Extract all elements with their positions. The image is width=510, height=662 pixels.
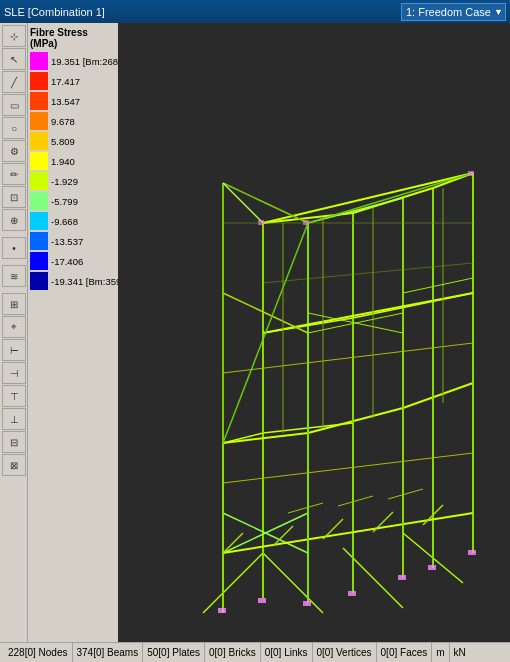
case-selector: 1: Freedom Case ▼ [401, 3, 506, 21]
status-bar: 228[0] Nodes 374[0] Beams 50[0] Plates 0… [0, 642, 510, 662]
status-bricks: 0[0] Bricks [205, 643, 261, 662]
scale-label-1: 17.417 [51, 76, 80, 87]
svg-rect-0 [123, 23, 505, 642]
left-toolbar: ⊹ ↖ ╱ ▭ ○ ⚙ ✏ ⊡ ⊕ • ≋ ⊞ ⌖ ⊢ ⊣ ⊤ ⊥ ⊟ ⊠ [0, 23, 28, 642]
legend-area: Fibre Stress (MPa) 19.351 [Bm:268]17.417… [28, 23, 118, 642]
tool-select[interactable]: ⊹ [2, 25, 26, 47]
scale-color-7 [30, 192, 48, 210]
svg-rect-58 [258, 598, 266, 603]
svg-rect-66 [468, 171, 474, 176]
scale-row-2: 13.547 [30, 91, 116, 111]
scale-color-5 [30, 152, 48, 170]
viewport[interactable] [118, 23, 510, 642]
scale-label-5: 1.940 [51, 156, 75, 167]
tool-add[interactable]: ⊕ [2, 209, 26, 231]
scale-color-3 [30, 112, 48, 130]
status-nodes: 228[0] Nodes [4, 643, 73, 662]
tool-pointer[interactable]: ↖ [2, 48, 26, 70]
scale-color-0 [30, 52, 48, 70]
scale-color-9 [30, 232, 48, 250]
scale-label-11: -19.341 [Bm:359] [51, 276, 124, 287]
tool-bottom[interactable]: ⊥ [2, 408, 26, 430]
scale-row-10: -17.406 [30, 251, 116, 271]
scale-color-2 [30, 92, 48, 110]
tool-scale[interactable]: ≋ [2, 265, 26, 287]
svg-rect-59 [303, 601, 311, 606]
main-container: ⊹ ↖ ╱ ▭ ○ ⚙ ✏ ⊡ ⊕ • ≋ ⊞ ⌖ ⊢ ⊣ ⊤ ⊥ ⊟ ⊠ Fi… [0, 23, 510, 642]
status-plates: 50[0] Plates [143, 643, 205, 662]
scale-row-8: -9.668 [30, 211, 116, 231]
color-scale: 19.351 [Bm:268]17.41713.5479.6785.8091.9… [30, 51, 116, 291]
scale-row-6: -1.929 [30, 171, 116, 191]
tool-edit[interactable]: ✏ [2, 163, 26, 185]
scale-row-0: 19.351 [Bm:268] [30, 51, 116, 71]
status-unit-m: m [432, 643, 449, 662]
svg-rect-57 [218, 608, 226, 613]
legend-title: Fibre Stress (MPa) [30, 27, 116, 49]
status-faces: 0[0] Faces [377, 643, 433, 662]
tool-extra2[interactable]: ⊠ [2, 454, 26, 476]
scale-label-6: -1.929 [51, 176, 78, 187]
scale-label-8: -9.668 [51, 216, 78, 227]
tool-top[interactable]: ⊤ [2, 385, 26, 407]
scale-label-10: -17.406 [51, 256, 83, 267]
scale-color-10 [30, 252, 48, 270]
svg-rect-62 [428, 565, 436, 570]
scale-label-0: 19.351 [Bm:268] [51, 56, 121, 67]
scale-row-5: 1.940 [30, 151, 116, 171]
scale-row-4: 5.809 [30, 131, 116, 151]
tool-settings[interactable]: ⚙ [2, 140, 26, 162]
tool-line[interactable]: ╱ [2, 71, 26, 93]
scale-label-4: 5.809 [51, 136, 75, 147]
scale-label-9: -13.537 [51, 236, 83, 247]
tool-node[interactable]: ⊢ [2, 339, 26, 361]
case-dropdown-wrapper[interactable]: 1: Freedom Case ▼ [401, 3, 506, 21]
status-vertices: 0[0] Vertices [313, 643, 377, 662]
title-bar: SLE [Combination 1] 1: Freedom Case ▼ [0, 0, 510, 23]
scale-color-4 [30, 132, 48, 150]
scale-label-7: -5.799 [51, 196, 78, 207]
status-unit-kn: kN [450, 643, 470, 662]
scale-color-6 [30, 172, 48, 190]
svg-rect-61 [398, 575, 406, 580]
scale-row-11: -19.341 [Bm:359] [30, 271, 116, 291]
window-title: SLE [Combination 1] [4, 6, 401, 18]
tool-grid[interactable]: ⊞ [2, 293, 26, 315]
tool-rectangle[interactable]: ▭ [2, 94, 26, 116]
scale-label-2: 13.547 [51, 96, 80, 107]
tool-node2[interactable]: ⊣ [2, 362, 26, 384]
svg-rect-63 [468, 550, 476, 555]
status-beams: 374[0] Beams [73, 643, 144, 662]
tool-circle[interactable]: ○ [2, 117, 26, 139]
status-links: 0[0] Links [261, 643, 313, 662]
svg-rect-60 [348, 591, 356, 596]
tool-extra1[interactable]: ⊟ [2, 431, 26, 453]
scale-color-8 [30, 212, 48, 230]
scale-row-9: -13.537 [30, 231, 116, 251]
case-dropdown[interactable]: 1: Freedom Case [401, 3, 506, 21]
scale-row-7: -5.799 [30, 191, 116, 211]
tool-target[interactable]: ⌖ [2, 316, 26, 338]
scale-row-1: 17.417 [30, 71, 116, 91]
scale-color-11 [30, 272, 48, 290]
scale-label-3: 9.678 [51, 116, 75, 127]
scale-color-1 [30, 72, 48, 90]
structure-svg [118, 23, 510, 642]
tool-box[interactable]: ⊡ [2, 186, 26, 208]
tool-remove[interactable]: • [2, 237, 26, 259]
scale-row-3: 9.678 [30, 111, 116, 131]
